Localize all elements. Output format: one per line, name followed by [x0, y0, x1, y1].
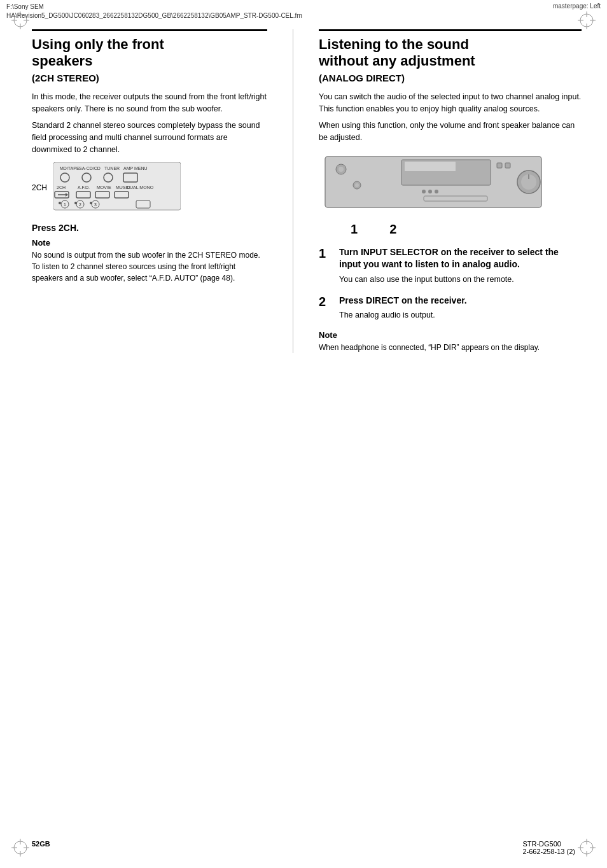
svg-rect-52 [405, 162, 456, 171]
step2-body: The analog audio is output. [339, 309, 467, 321]
corner-tl [11, 11, 29, 29]
svg-text:DUAL MONO: DUAL MONO [127, 185, 154, 190]
svg-text:A.F.D.: A.F.D. [78, 185, 90, 190]
step1-title: Turn INPUT SELECTOR on the receiver to s… [339, 246, 582, 271]
svg-rect-57 [497, 163, 502, 168]
svg-point-47 [59, 202, 61, 204]
step2-title: Press DIRECT on the receiver. [339, 295, 467, 307]
step1-content: Turn INPUT SELECTOR on the receiver to s… [339, 246, 582, 286]
svg-point-64 [435, 190, 438, 193]
press-instruction: Press 2CH. [32, 223, 267, 233]
svg-text:AMP MENU: AMP MENU [123, 166, 148, 171]
footer: 52GB STR-DG500 2-662-258-13 (2) [0, 840, 607, 855]
left-body2: Standard 2 channel stereo sources comple… [32, 120, 267, 155]
step1: 1 Turn INPUT SELECTOR on the receiver to… [319, 246, 582, 286]
svg-text:2: 2 [79, 202, 81, 207]
img-num2: 2 [389, 222, 396, 237]
svg-text:3: 3 [94, 202, 97, 207]
header-filename1: F:\Sony SEM [6, 3, 302, 11]
svg-text:MOVIE: MOVIE [97, 185, 111, 190]
receiver-image-area: 1 2 [319, 150, 582, 237]
svg-rect-58 [505, 163, 510, 168]
step1-number: 1 [319, 246, 334, 260]
note-label-left: Note [32, 238, 267, 248]
svg-text:1: 1 [64, 202, 66, 207]
footer-model: STR-DG500 [522, 840, 575, 848]
left-column: Using only the front speakers (2CH STERE… [32, 29, 267, 353]
svg-point-54 [338, 167, 344, 172]
step2: 2 Press DIRECT on the receiver. The anal… [319, 295, 582, 321]
ch2-label: 2CH [32, 183, 47, 192]
footer-code: 2-662-258-13 (2) [522, 848, 575, 855]
img-num1: 1 [351, 222, 358, 237]
footer-page: 52GB [32, 840, 50, 855]
header-bar: F:\Sony SEM HA\Revision5_DG500\JC060283_… [0, 0, 607, 23]
svg-point-56 [355, 183, 359, 187]
svg-point-48 [74, 202, 77, 204]
right-section-subtitle: (ANALOG DIRECT) [319, 73, 582, 83]
svg-text:2CH: 2CH [57, 185, 66, 190]
svg-point-49 [90, 202, 92, 204]
note-label-right: Note [319, 330, 582, 340]
ch2-diagram-area: 2CH MD/TAPE SA-CD/CD TUNER AMP MENU 2CH … [32, 162, 267, 213]
footer-model-code: STR-DG500 2-662-258-13 (2) [522, 840, 575, 855]
step-numbers-row: 1 2 [319, 222, 582, 237]
step1-body: You can also use the input buttons on th… [339, 274, 582, 286]
svg-text:TUNER: TUNER [104, 166, 120, 171]
svg-text:MD/TAPE: MD/TAPE [60, 166, 80, 171]
step2-number: 2 [319, 295, 334, 309]
left-section-title: Using only the front speakers [32, 29, 267, 70]
svg-text:SA-CD/CD: SA-CD/CD [79, 166, 101, 171]
receiver-image-svg [319, 150, 548, 220]
column-divider [293, 29, 293, 353]
right-body1: You can switch the audio of the selected… [319, 91, 582, 115]
step2-content: Press DIRECT on the receiver. The analog… [339, 295, 467, 321]
svg-point-62 [422, 190, 426, 193]
right-section-title: Listening to the sound without any adjus… [319, 29, 582, 70]
right-column: Listening to the sound without any adjus… [319, 29, 582, 353]
left-section-subtitle: (2CH STEREO) [32, 73, 267, 83]
svg-point-63 [428, 190, 432, 193]
left-body1: In this mode, the receiver outputs the s… [32, 91, 267, 115]
note-text-right: When headphone is connected, “HP DIR” ap… [319, 342, 582, 353]
corner-tr [578, 11, 596, 29]
main-content: Using only the front speakers (2CH STERE… [0, 23, 607, 366]
ch2-diagram-svg: MD/TAPE SA-CD/CD TUNER AMP MENU 2CH A.F.… [53, 162, 181, 213]
header-left: F:\Sony SEM HA\Revision5_DG500\JC060283_… [6, 3, 302, 20]
right-body2: When using this function, only the volum… [319, 120, 582, 144]
header-masterpage: masterpage: Left [553, 3, 601, 10]
header-filename2: HA\Revision5_DG500\JC060283_2662258132DG… [6, 11, 302, 20]
note-text-left: No sound is output from the sub woofer i… [32, 249, 267, 284]
